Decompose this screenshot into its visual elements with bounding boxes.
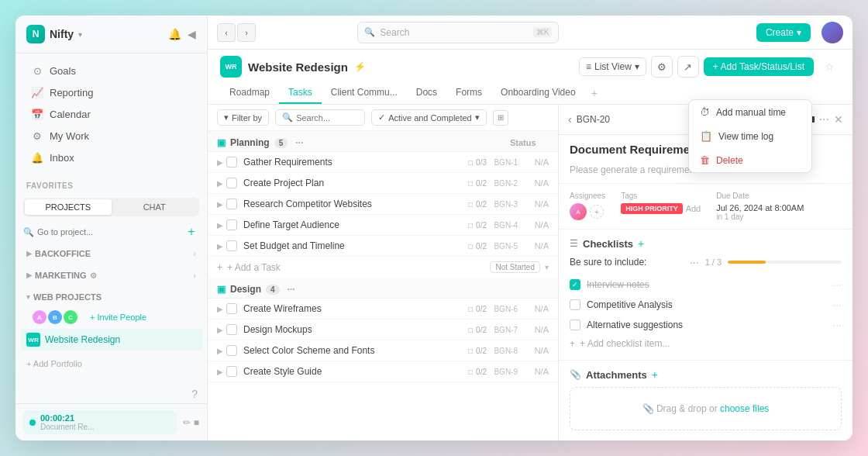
create-button[interactable]: Create ▾ — [756, 23, 811, 42]
sidebar: N Nifty ▾ 🔔 ◀ ⊙ Goals 📈 Reporting 📅 Cale… — [16, 16, 208, 440]
panel-more-button[interactable]: ··· — [819, 112, 829, 126]
web-projects-group-header[interactable]: ▾ WEB PROJECTS — [20, 289, 202, 305]
backoffice-group-header[interactable]: ▶ BACKOFFICE › — [20, 246, 202, 261]
checklists-header: ☰ Checklists + — [570, 237, 842, 250]
task-checkbox[interactable] — [226, 157, 237, 168]
expand-icon[interactable]: ▶ — [217, 242, 223, 250]
task-checkbox[interactable] — [226, 178, 237, 188]
share-button[interactable]: ↗ — [677, 56, 699, 78]
choose-files-link[interactable]: choose files — [720, 403, 769, 414]
favorite-button[interactable]: ☆ — [818, 56, 840, 78]
table-row[interactable]: ▶ Research Competitor Websites □ 0/2 BGN… — [208, 194, 558, 215]
user-avatar[interactable] — [822, 22, 843, 43]
subtask-count: 0/3 — [476, 158, 487, 167]
sidebar-item-goals[interactable]: ⊙ Goals — [20, 60, 202, 81]
tab-tasks[interactable]: Tasks — [279, 82, 322, 104]
chevron-right-icon: › — [193, 249, 196, 258]
checklist-item-more-button[interactable]: ··· — [832, 319, 842, 331]
sidebar-item-mywork[interactable]: ⚙ My Work — [20, 126, 202, 147]
search-bar[interactable]: 🔍 Search ⌘K — [357, 22, 559, 43]
dropdown-item-delete[interactable]: 🗑 Delete — [689, 148, 811, 172]
expand-icon[interactable]: ▶ — [217, 368, 223, 376]
tab-docs[interactable]: Docs — [407, 82, 446, 104]
task-checkbox[interactable] — [226, 324, 237, 335]
add-task-status-list-button[interactable]: + Add Task/Status/List — [704, 57, 814, 76]
tab-onboarding-video[interactable]: Onboarding Video — [491, 82, 585, 104]
group-icon: ▣ — [217, 284, 226, 295]
expand-icon[interactable]: ▶ — [217, 221, 223, 230]
filter-button[interactable]: ▾ Filter by — [217, 109, 269, 126]
notification-icon[interactable]: 🔔 — [168, 28, 181, 40]
task-checkbox[interactable] — [226, 366, 237, 377]
sidebar-item-calendar[interactable]: 📅 Calendar — [20, 104, 202, 125]
status-filter-button[interactable]: ✓ Active and Completed ▾ — [371, 109, 487, 126]
expand-icon[interactable]: ▶ — [217, 347, 223, 355]
sidebar-item-website-redesign[interactable]: WR Website Redesign — [20, 329, 202, 351]
add-checklist-item-row[interactable]: + + Add checklist item... — [570, 335, 842, 352]
table-row[interactable]: ▶ Create Style Guide □ 0/2 BGN-9 N/A — [208, 361, 558, 382]
drop-zone[interactable]: 📎 Drag & drop or choose files — [570, 387, 842, 430]
expand-icon[interactable]: ▶ — [217, 305, 223, 313]
task-checkbox[interactable] — [226, 345, 237, 356]
sidebar-item-reporting[interactable]: 📈 Reporting — [20, 82, 202, 103]
task-checkbox[interactable] — [226, 240, 237, 251]
tags-row: HIGH PRIORITY Add — [621, 203, 701, 214]
checklist-item-more-button[interactable]: ··· — [832, 299, 842, 311]
table-row[interactable]: ▶ Gather Requirements □ 0/3 BGN-1 N/A — [208, 152, 558, 173]
table-row[interactable]: ▶ Create Project Plan □ 0/2 BGN-2 N/A — [208, 173, 558, 194]
nav-back-button[interactable]: ‹ — [217, 23, 236, 42]
column-settings-button[interactable]: ⊞ — [493, 110, 508, 126]
task-search-input[interactable] — [296, 113, 358, 123]
nav-forward-button[interactable]: › — [237, 23, 256, 42]
table-row[interactable]: ▶ Define Target Audience □ 0/2 BGN-4 N/A — [208, 215, 558, 236]
group-more-icon[interactable]: ··· — [295, 137, 303, 148]
collapse-icon[interactable]: ◀ — [188, 28, 196, 40]
table-row[interactable]: ▶ Create Wireframes □ 0/2 BGN-6 N/A — [208, 299, 558, 320]
table-row[interactable]: ▶ Select Color Scheme and Fonts □ 0/2 BG… — [208, 340, 558, 361]
tab-projects[interactable]: PROJECTS — [25, 199, 112, 215]
marketing-group-header[interactable]: ▶ MARKETING ⚙ › — [20, 268, 202, 283]
task-checkbox[interactable] — [226, 219, 237, 230]
app-container: N Nifty ▾ 🔔 ◀ ⊙ Goals 📈 Reporting 📅 Cale… — [16, 16, 852, 440]
expand-icon[interactable]: ▶ — [217, 326, 223, 334]
table-row[interactable]: ▶ Set Budget and Timeline □ 0/2 BGN-5 N/… — [208, 236, 558, 257]
panel-close-button[interactable]: ✕ — [834, 113, 843, 126]
add-portfolio-link[interactable]: + Add Portfolio — [16, 356, 207, 371]
expand-icon[interactable]: ▶ — [217, 158, 223, 167]
tab-client-comms[interactable]: Client Commu... — [322, 82, 407, 104]
tab-roadmap[interactable]: Roadmap — [220, 82, 279, 104]
checklist-item-checkbox[interactable] — [570, 299, 580, 310]
add-tab-button[interactable]: + — [585, 82, 604, 104]
project-search-input[interactable] — [37, 227, 181, 237]
logo-area[interactable]: N Nifty ▾ — [26, 25, 82, 43]
group-more-icon[interactable]: ··· — [288, 284, 295, 295]
timer-edit-icon[interactable]: ✏ — [183, 417, 191, 428]
checklist-item-checkbox[interactable] — [570, 320, 580, 330]
settings-button[interactable]: ⚙ — [651, 56, 673, 78]
timer-stop-icon[interactable]: ■ — [194, 417, 199, 428]
task-checkbox[interactable] — [226, 199, 237, 209]
add-task-row[interactable]: + + Add a Task Not Started ▾ — [208, 257, 558, 278]
table-row[interactable]: ▶ Design Mockups □ 0/2 BGN-7 N/A — [208, 320, 558, 340]
add-attachment-button[interactable]: + — [652, 368, 658, 381]
checklist-item-more-button[interactable]: ··· — [832, 278, 842, 291]
back-icon[interactable]: ‹ — [568, 113, 572, 126]
tab-forms[interactable]: Forms — [446, 82, 491, 104]
sidebar-item-inbox[interactable]: 🔔 Inbox — [20, 147, 202, 168]
invite-people-link[interactable]: + Invite People — [90, 313, 146, 322]
checklist-item-checkbox[interactable]: ✓ — [570, 279, 580, 290]
add-tag-button[interactable]: Add — [686, 204, 701, 213]
dropdown-item-view-time-log[interactable]: 📋 View time log — [689, 124, 811, 148]
expand-icon[interactable]: ▶ — [217, 179, 223, 188]
search-tasks[interactable]: 🔍 — [275, 109, 365, 126]
add-checklist-button[interactable]: + — [638, 237, 644, 250]
add-project-button[interactable]: + — [184, 224, 199, 240]
tab-chat[interactable]: CHAT — [112, 199, 198, 215]
add-assignee-button[interactable]: + — [590, 205, 604, 219]
dropdown-item-add-manual-time[interactable]: ⏱ Add manual time — [689, 100, 811, 124]
expand-icon[interactable]: ▶ — [217, 200, 223, 209]
task-checkbox[interactable] — [226, 303, 237, 314]
checklist-more-button[interactable]: ··· — [690, 256, 699, 268]
list-view-button[interactable]: ≡ List View ▾ — [579, 57, 646, 76]
help-icon[interactable]: ? — [191, 388, 198, 400]
